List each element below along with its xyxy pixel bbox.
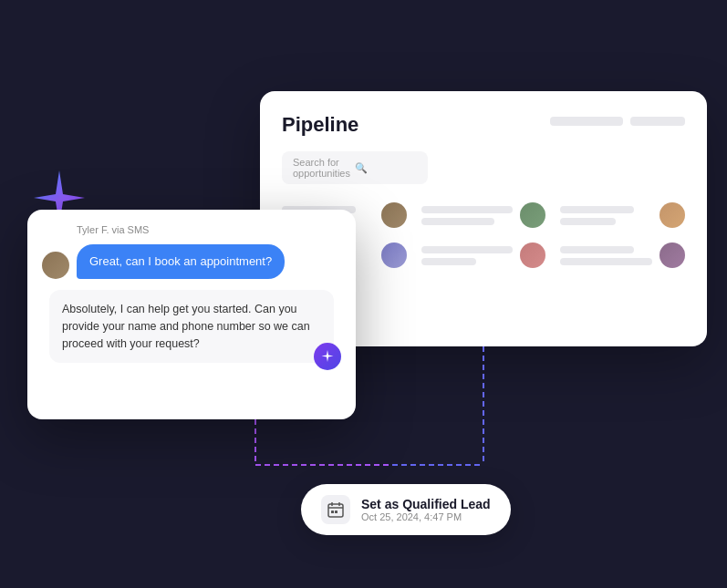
scene: Pipeline Search for opportunities 🔍 xyxy=(0,0,727,588)
skeleton-bar xyxy=(421,258,476,265)
skeleton-bar xyxy=(560,258,652,265)
chat-card: Tyler F. via SMS Great, can I book an ap… xyxy=(27,210,356,419)
chat-bubble: Great, can I book an appointment? xyxy=(77,244,285,279)
qualified-lead-text: Set as Qualified Lead Oct 25, 2024, 4:47… xyxy=(361,497,491,522)
avatar xyxy=(381,202,407,228)
skeleton-bar xyxy=(560,206,634,213)
search-placeholder: Search for opportunities xyxy=(293,157,355,179)
avatar xyxy=(520,242,545,268)
header-skeleton-2 xyxy=(630,117,685,126)
avatar xyxy=(659,202,685,228)
skeleton-bar xyxy=(560,246,634,253)
qualified-lead-subtitle: Oct 25, 2024, 4:47 PM xyxy=(361,511,491,522)
svg-rect-9 xyxy=(335,511,338,513)
skeleton-bar xyxy=(421,218,495,225)
calendar-icon xyxy=(321,495,350,524)
pipeline-col xyxy=(421,202,546,228)
skeleton-bars xyxy=(421,206,514,225)
pipeline-col xyxy=(560,202,685,228)
skeleton-bars xyxy=(421,246,514,265)
skeleton-bars xyxy=(560,206,652,225)
qualified-lead-card[interactable]: Set as Qualified Lead Oct 25, 2024, 4:47… xyxy=(301,484,511,535)
avatar xyxy=(381,242,407,268)
skeleton-bar xyxy=(421,206,514,213)
pipeline-search[interactable]: Search for opportunities 🔍 xyxy=(282,151,428,184)
pipeline-col xyxy=(421,242,546,268)
qualified-lead-title: Set as Qualified Lead xyxy=(361,497,491,511)
search-icon: 🔍 xyxy=(355,162,417,174)
chat-message-row: Great, can I book an appointment? xyxy=(42,244,341,279)
skeleton-bar xyxy=(421,246,514,253)
chat-avatar xyxy=(42,252,69,279)
pipeline-header-actions xyxy=(550,117,685,126)
skeleton-bar xyxy=(560,218,615,225)
avatar xyxy=(659,242,685,268)
header-skeleton-1 xyxy=(550,117,623,126)
skeleton-bars xyxy=(560,246,652,265)
chat-reply: Absolutely, I can help get you started. … xyxy=(49,290,334,363)
chat-reply-text: Absolutely, I can help get you started. … xyxy=(49,290,334,363)
pipeline-col xyxy=(560,242,685,268)
ai-badge xyxy=(314,343,341,370)
avatar xyxy=(520,202,545,228)
chat-sender-label: Tyler F. via SMS xyxy=(77,224,341,235)
svg-rect-8 xyxy=(331,511,334,513)
